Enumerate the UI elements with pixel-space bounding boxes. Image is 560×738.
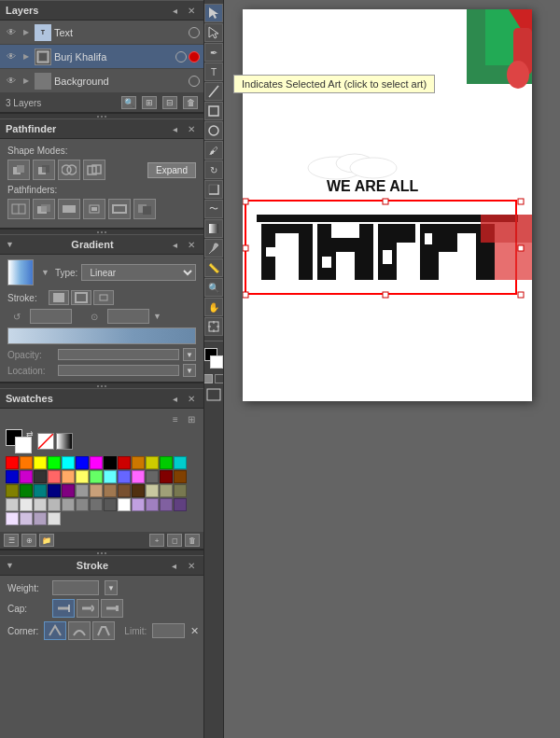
swatch-color[interactable] (104, 498, 117, 511)
gradient-collapse-icon[interactable]: ◂ (168, 238, 181, 251)
swatch-color[interactable] (48, 470, 61, 483)
swatch-none[interactable] (37, 433, 54, 450)
swatch-color[interactable] (48, 512, 61, 525)
tool-hand[interactable]: ✋ (204, 298, 223, 316)
background-color[interactable] (15, 437, 32, 453)
swatch-color[interactable] (90, 456, 103, 469)
swatch-color[interactable] (160, 470, 173, 483)
swatch-color[interactable] (118, 498, 131, 511)
stroke-inside-btn[interactable] (71, 290, 91, 305)
pf-trim-btn[interactable] (33, 199, 55, 219)
layer-visibility-burj[interactable]: 👁 (4, 49, 19, 64)
swatch-color[interactable] (62, 470, 75, 483)
gradient-angle-input[interactable] (30, 309, 72, 324)
pf-outline-btn[interactable] (108, 199, 131, 219)
view-outline-btn[interactable] (215, 374, 224, 383)
tool-brush[interactable]: 🖌 (204, 141, 223, 160)
swatch-color[interactable] (174, 484, 187, 497)
pf-divide-btn[interactable] (7, 199, 30, 219)
swatch-color[interactable] (118, 470, 131, 483)
layers-icon2[interactable]: ⊟ (162, 96, 177, 109)
swatch-color[interactable] (174, 456, 187, 469)
swatch-color[interactable] (146, 456, 159, 469)
swatches-add-icon[interactable]: ⊕ (21, 534, 36, 547)
shape-minus-btn[interactable] (33, 160, 55, 180)
tool-ellipse[interactable] (204, 121, 223, 140)
swatch-color[interactable] (104, 456, 117, 469)
screen-mode-btn[interactable] (206, 388, 221, 403)
swatch-color[interactable] (6, 512, 19, 525)
swatches-list-view-icon[interactable]: ≡ (169, 412, 182, 425)
swatch-color[interactable] (76, 470, 89, 483)
swatch-color[interactable] (20, 456, 33, 469)
swatch-gradient[interactable] (56, 433, 73, 450)
corner-round-btn[interactable] (68, 621, 91, 640)
swatch-color[interactable] (34, 484, 47, 497)
cap-round-btn[interactable] (77, 599, 99, 618)
gradient-ratio-arrow[interactable]: ▼ (153, 312, 161, 321)
swatches-folder-icon[interactable]: 📁 (39, 534, 54, 547)
gradient-opacity-arrow[interactable]: ▼ (183, 348, 196, 361)
corner-miter-btn[interactable] (44, 621, 66, 640)
corner-bevel-btn[interactable] (92, 621, 115, 640)
layers-collapse-icon[interactable]: ◂ (168, 4, 181, 17)
swatch-color[interactable] (20, 470, 33, 483)
swatch-color[interactable] (34, 512, 47, 525)
swatch-color[interactable] (174, 498, 187, 511)
stroke-fill-btn[interactable] (49, 290, 69, 305)
swap-colors-icon[interactable]: ⇄ (26, 429, 34, 439)
gradient-preview[interactable] (7, 259, 34, 285)
layer-row-text[interactable]: 👁 ▶ T Text (0, 21, 203, 45)
swatch-color[interactable] (48, 484, 61, 497)
stroke-close-icon[interactable]: ✕ (185, 559, 198, 572)
stroke-collapse-arrow[interactable]: ▼ (6, 561, 14, 570)
cap-butt-btn[interactable] (52, 599, 75, 618)
tool-eyedropper[interactable] (204, 239, 223, 258)
gradient-collapse-arrow[interactable]: ▼ (6, 240, 14, 249)
swatch-color[interactable] (90, 470, 103, 483)
swatch-color[interactable] (48, 498, 61, 511)
gradient-location-slider[interactable] (58, 365, 179, 376)
stroke-limit-input[interactable] (152, 623, 185, 638)
gradient-type-select[interactable]: Linear Radial (81, 264, 196, 281)
swatch-color[interactable] (132, 456, 145, 469)
swatch-color[interactable] (6, 498, 19, 511)
swatch-color[interactable] (76, 498, 89, 511)
tool-select[interactable] (204, 4, 223, 22)
stroke-weight-input[interactable] (52, 580, 99, 595)
swatch-color[interactable] (146, 470, 159, 483)
swatch-color[interactable] (118, 484, 131, 497)
gradient-close-icon[interactable]: ✕ (185, 238, 198, 251)
stroke-collapse-icon[interactable]: ◂ (168, 559, 181, 572)
swatch-color[interactable] (34, 498, 47, 511)
swatch-color[interactable] (174, 470, 187, 483)
swatch-color[interactable] (104, 470, 117, 483)
shape-exclude-btn[interactable] (83, 160, 105, 180)
color-pair[interactable] (204, 348, 223, 369)
tool-direct-select[interactable] (204, 23, 223, 42)
stroke-limit-x[interactable]: ✕ (190, 625, 199, 637)
layer-expand-burj[interactable]: ▶ (21, 51, 32, 63)
swatch-color[interactable] (20, 512, 33, 525)
layer-expand-bg[interactable]: ▶ (21, 76, 32, 87)
layers-close-icon[interactable]: ✕ (185, 4, 198, 17)
swatch-color[interactable] (104, 484, 117, 497)
gradient-location-arrow[interactable]: ▼ (183, 364, 196, 377)
tool-warp[interactable]: 〜 (204, 200, 223, 218)
tool-scale[interactable] (204, 180, 223, 199)
swatch-color[interactable] (76, 484, 89, 497)
swatch-color[interactable] (62, 498, 75, 511)
stroke-weight-dropdown[interactable]: ▼ (105, 580, 118, 595)
tool-rect[interactable] (204, 102, 223, 120)
tool-zoom[interactable]: 🔍 (204, 278, 223, 297)
cap-square-btn[interactable] (101, 599, 123, 618)
tool-measure[interactable]: 📏 (204, 258, 223, 277)
layer-visibility-bg[interactable]: 👁 (4, 74, 19, 89)
layers-search-icon[interactable]: 🔍 (121, 96, 136, 109)
swatches-grid-view-icon[interactable]: ⊞ (185, 412, 198, 425)
swatch-color[interactable] (160, 456, 173, 469)
swatch-color[interactable] (20, 484, 33, 497)
swatches-close-icon[interactable]: ✕ (185, 392, 198, 405)
swatch-color[interactable] (6, 456, 19, 469)
gradient-ratio-input[interactable] (107, 309, 149, 324)
